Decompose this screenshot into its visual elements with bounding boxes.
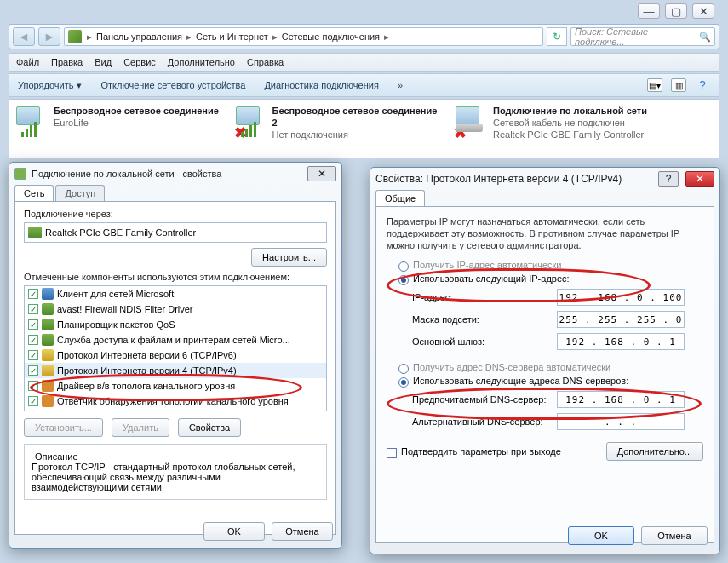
- dialog-icon: [14, 168, 26, 180]
- component-row[interactable]: ✓Драйвер в/в тополога канального уровня: [25, 378, 326, 394]
- adapter-name: Realtek PCIe GBE Family Controller: [45, 227, 196, 238]
- mask-label: Маска подсети:: [412, 314, 557, 325]
- crumb-3[interactable]: Сетевые подключения: [279, 32, 382, 42]
- menu-view[interactable]: Вид: [95, 57, 112, 67]
- search-icon: 🔍: [699, 32, 711, 43]
- crumb-1[interactable]: Панель управления: [94, 32, 185, 42]
- toolbar-diagnose[interactable]: Диагностика подключения: [264, 80, 378, 90]
- adapter-field: Realtek PCIe GBE Family Controller: [24, 222, 327, 243]
- address-bar: ◄ ► ▸ Панель управления ▸ Сеть и Интерне…: [9, 24, 719, 49]
- dialog-title: Подключение по локальной сети - свойства: [32, 169, 221, 179]
- radio-ip-auto[interactable]: [398, 261, 409, 272]
- help-icon[interactable]: ?: [695, 78, 710, 92]
- menu-extra[interactable]: Дополнительно: [168, 57, 235, 67]
- tab-general[interactable]: Общие: [375, 190, 425, 206]
- tab-network[interactable]: Сеть: [14, 185, 54, 201]
- connect-using-label: Подключение через:: [24, 209, 327, 219]
- radio-dns-manual[interactable]: [398, 377, 409, 388]
- toolbar-disable-device[interactable]: Отключение сетевого устройства: [100, 80, 245, 90]
- crumb-2[interactable]: Сеть и Интернет: [193, 32, 271, 42]
- install-button[interactable]: Установить...: [24, 418, 103, 437]
- checkbox-icon[interactable]: ✓: [28, 289, 38, 299]
- component-row[interactable]: ✓Планировщик пакетов QoS: [25, 317, 326, 332]
- dns2-input[interactable]: . . .: [557, 413, 685, 430]
- driver-icon: [42, 380, 54, 392]
- checkbox-icon[interactable]: ✓: [28, 365, 38, 376]
- component-row[interactable]: ✓Ответчик обнаружения топологии канально…: [25, 394, 326, 409]
- view-options-button[interactable]: ▤▾: [647, 78, 662, 92]
- connection-item-lan[interactable]: ✖ Подключение по локальной сети Сетевой …: [454, 105, 692, 152]
- connections-list: Беспроводное сетевое соединение EuroLife…: [9, 99, 719, 158]
- adapter-icon: [28, 227, 42, 238]
- gateway-label: Основной шлюз:: [412, 336, 557, 347]
- gateway-input[interactable]: 192 . 168 . 0 . 1: [557, 333, 685, 350]
- wifi-icon: [14, 105, 49, 139]
- toolbar-more[interactable]: »: [398, 80, 403, 90]
- tab-access[interactable]: Доступ: [55, 185, 105, 201]
- refresh-button[interactable]: ↻: [547, 27, 567, 46]
- menu-edit[interactable]: Правка: [51, 57, 83, 67]
- service-icon: [42, 334, 54, 346]
- advanced-button[interactable]: Дополнительно...: [606, 442, 703, 461]
- component-row[interactable]: ✓Клиент для сетей Microsoft: [25, 286, 326, 302]
- ipaddr-input[interactable]: 192 . 168 . 0 . 100: [557, 289, 685, 306]
- checkbox-icon[interactable]: ✓: [28, 350, 38, 360]
- dialog-close-button[interactable]: ✕: [307, 166, 336, 181]
- properties-button[interactable]: Свойства: [178, 418, 241, 437]
- components-list[interactable]: ✓Клиент для сетей Microsoft ✓avast! Fire…: [24, 285, 327, 411]
- minimize-button[interactable]: —: [638, 3, 660, 19]
- radio-label: Получить адрес DNS-сервера автоматически: [413, 362, 610, 372]
- preview-pane-button[interactable]: ▥: [671, 78, 686, 92]
- menu-help[interactable]: Справка: [247, 57, 284, 67]
- radio-dns-auto[interactable]: [398, 364, 409, 374]
- checkbox-icon[interactable]: ✓: [28, 335, 38, 345]
- description-group: Описание Протокол TCP/IP - стандартный п…: [24, 444, 327, 500]
- menu-service[interactable]: Сервис: [123, 57, 156, 67]
- dialog-title: Свойства: Протокол Интернета версии 4 (T…: [375, 173, 622, 185]
- connection-item-wifi1[interactable]: Беспроводное сетевое соединение EuroLife: [14, 105, 219, 152]
- conn-title: Беспроводное сетевое соединение 2: [272, 105, 439, 129]
- components-label: Отмеченные компоненты используются этим …: [24, 272, 327, 282]
- breadcrumb-icon: [68, 30, 82, 43]
- dns1-label: Предпочитаемый DNS-сервер:: [412, 394, 557, 405]
- cancel-button[interactable]: Отмена: [272, 522, 333, 541]
- confirm-checkbox[interactable]: [387, 448, 397, 458]
- nav-fwd-button[interactable]: ►: [38, 27, 60, 46]
- dns1-input[interactable]: 192 . 168 . 0 . 1: [557, 391, 685, 408]
- conn-sub: EuroLife: [54, 117, 219, 129]
- radio-ip-manual[interactable]: [398, 275, 409, 285]
- component-row-ipv4[interactable]: ✓Протокол Интернета версии 4 (TCP/IPv4): [25, 363, 326, 378]
- client-icon: [42, 288, 54, 300]
- breadcrumb[interactable]: ▸ Панель управления ▸ Сеть и Интернет ▸ …: [64, 27, 543, 46]
- checkbox-icon[interactable]: ✓: [28, 381, 38, 391]
- cancel-button[interactable]: Отмена: [641, 526, 708, 545]
- nav-back-button[interactable]: ◄: [13, 27, 35, 46]
- component-row[interactable]: ✓Протокол Интернета версии 6 (TCP/IPv6): [25, 348, 326, 363]
- ok-button[interactable]: OK: [203, 522, 265, 541]
- toolbar-organize[interactable]: Упорядочить ▾: [18, 80, 82, 91]
- dialog-close-button[interactable]: ✕: [685, 171, 714, 187]
- component-row[interactable]: ✓Служба доступа к файлам и принтерам сет…: [25, 332, 326, 348]
- ok-button[interactable]: OK: [568, 526, 634, 545]
- menu-file[interactable]: Файл: [16, 57, 39, 67]
- search-input[interactable]: Поиск: Сетевые подключе... 🔍: [570, 27, 715, 46]
- checkbox-icon[interactable]: ✓: [28, 319, 38, 330]
- checkbox-icon[interactable]: ✓: [28, 304, 38, 314]
- conn-title: Подключение по локальной сети: [493, 105, 647, 117]
- radio-label: Получить IP-адрес автоматически: [413, 260, 561, 270]
- remove-button[interactable]: Удалить: [112, 418, 169, 437]
- protocol-icon: [42, 349, 54, 361]
- dns2-label: Альтернативный DNS-сервер:: [412, 417, 557, 427]
- mask-input[interactable]: 255 . 255 . 255 . 0: [557, 311, 685, 328]
- dialog-help-button[interactable]: ?: [658, 171, 679, 187]
- maximize-button[interactable]: ▢: [665, 3, 687, 19]
- component-row[interactable]: ✓avast! Firewall NDIS Filter Driver: [25, 302, 326, 317]
- menu-bar: Файл Правка Вид Сервис Дополнительно Спр…: [9, 53, 719, 72]
- checkbox-icon[interactable]: ✓: [28, 396, 38, 406]
- connection-item-wifi2[interactable]: ✖ Беспроводное сетевое соединение 2 Нет …: [234, 105, 439, 152]
- confirm-label: Подтвердить параметры при выходе: [401, 446, 561, 457]
- close-button[interactable]: ✕: [692, 3, 714, 19]
- configure-button[interactable]: Настроить...: [251, 248, 327, 267]
- ipaddr-label: IP-адрес:: [412, 292, 557, 302]
- protocol-icon: [42, 365, 54, 376]
